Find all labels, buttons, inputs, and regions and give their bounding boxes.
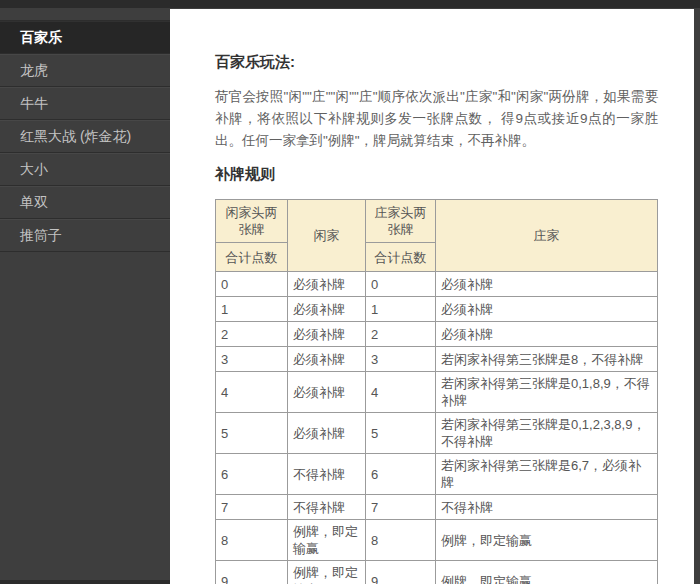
sidebar-item-push-bamboo[interactable]: 推筒子 bbox=[0, 219, 170, 252]
player-rule-cell: 必须补牌 bbox=[288, 297, 366, 322]
banker-rule-cell: 例牌，即定输赢 bbox=[436, 561, 658, 584]
table-row: 2必须补牌2必须补牌 bbox=[216, 322, 658, 347]
player-points-cell: 0 bbox=[216, 272, 288, 297]
header-player: 闲家 bbox=[288, 200, 366, 272]
banker-rule-cell: 必须补牌 bbox=[436, 272, 658, 297]
sidebar-item-dragon-tiger[interactable]: 龙虎 bbox=[0, 54, 170, 87]
table-row: 9例牌，即定输赢9例牌，即定输赢 bbox=[216, 561, 658, 584]
banker-points-cell: 4 bbox=[366, 372, 436, 413]
player-rule-cell: 例牌，即定输赢 bbox=[288, 561, 366, 584]
banker-points-cell: 9 bbox=[366, 561, 436, 584]
sidebar-item-red-black-war[interactable]: 红黑大战 (炸金花) bbox=[0, 120, 170, 153]
banker-points-cell: 5 bbox=[366, 413, 436, 454]
banker-rule-cell: 若闲家补得第三张牌是6,7，必须补牌 bbox=[436, 454, 658, 495]
table-row: 6不得补牌6若闲家补得第三张牌是6,7，必须补牌 bbox=[216, 454, 658, 495]
rules-heading: 补牌规则 bbox=[215, 165, 658, 184]
player-rule-cell: 必须补牌 bbox=[288, 413, 366, 454]
banker-rule-cell: 例牌，即定输赢 bbox=[436, 520, 658, 561]
banker-points-cell: 0 bbox=[366, 272, 436, 297]
table-row: 8例牌，即定输赢8例牌，即定输赢 bbox=[216, 520, 658, 561]
bottom-edge bbox=[0, 580, 170, 584]
banker-points-cell: 3 bbox=[366, 347, 436, 372]
player-rule-cell: 必须补牌 bbox=[288, 322, 366, 347]
header-player-total-points: 合计点数 bbox=[216, 243, 288, 272]
table-row: 0必须补牌0必须补牌 bbox=[216, 272, 658, 297]
game-description: 荷官会按照"闲""庄""闲""庄"顺序依次派出"庄家"和"闲家"两份牌，如果需要… bbox=[215, 86, 658, 152]
player-points-cell: 5 bbox=[216, 413, 288, 454]
table-body: 0必须补牌0必须补牌1必须补牌1必须补牌2必须补牌2必须补牌3必须补牌3若闲家补… bbox=[216, 272, 658, 584]
player-points-cell: 4 bbox=[216, 372, 288, 413]
sidebar: 百家乐龙虎牛牛红黑大战 (炸金花)大小单双推筒子 bbox=[0, 20, 170, 252]
player-rule-cell: 必须补牌 bbox=[288, 272, 366, 297]
sidebar-item-big-small[interactable]: 大小 bbox=[0, 153, 170, 186]
content-panel: 百家乐玩法: 荷官会按照"闲""庄""闲""庄"顺序依次派出"庄家"和"闲家"两… bbox=[170, 9, 694, 584]
sidebar-item-bull-bull[interactable]: 牛牛 bbox=[0, 87, 170, 120]
banker-rule-cell: 若闲家补得第三张牌是8，不得补牌 bbox=[436, 347, 658, 372]
header-banker: 庄家 bbox=[436, 200, 658, 272]
header-banker-total-points: 合计点数 bbox=[366, 243, 436, 272]
sidebar-item-odd-even[interactable]: 单双 bbox=[0, 186, 170, 219]
header-player-first-two-cards: 闲家头两张牌 bbox=[216, 200, 288, 243]
banker-points-cell: 1 bbox=[366, 297, 436, 322]
banker-rule-cell: 若闲家补得第三张牌是0,1,2,3,8,9，不得补牌 bbox=[436, 413, 658, 454]
sidebar-menu: 百家乐龙虎牛牛红黑大战 (炸金花)大小单双推筒子 bbox=[0, 20, 170, 252]
banker-rule-cell: 若闲家补得第三张牌是0,1,8,9，不得补牌 bbox=[436, 372, 658, 413]
table-row: 1必须补牌1必须补牌 bbox=[216, 297, 658, 322]
player-points-cell: 1 bbox=[216, 297, 288, 322]
player-points-cell: 6 bbox=[216, 454, 288, 495]
banker-points-cell: 7 bbox=[366, 495, 436, 520]
player-points-cell: 7 bbox=[216, 495, 288, 520]
player-points-cell: 9 bbox=[216, 561, 288, 584]
player-rule-cell: 必须补牌 bbox=[288, 372, 366, 413]
player-rule-cell: 不得补牌 bbox=[288, 495, 366, 520]
draw-rules-table: 闲家头两张牌 闲家 庄家头两张牌 庄家 合计点数 合计点数 0必须补牌0必须补牌… bbox=[215, 199, 658, 584]
player-points-cell: 2 bbox=[216, 322, 288, 347]
sidebar-item-baccarat[interactable]: 百家乐 bbox=[0, 21, 170, 54]
page-title: 百家乐玩法: bbox=[215, 53, 658, 72]
table-row: 5必须补牌5若闲家补得第三张牌是0,1,2,3,8,9，不得补牌 bbox=[216, 413, 658, 454]
banker-rule-cell: 必须补牌 bbox=[436, 322, 658, 347]
table-row: 7不得补牌7不得补牌 bbox=[216, 495, 658, 520]
top-bar bbox=[0, 0, 700, 8]
player-points-cell: 3 bbox=[216, 347, 288, 372]
banker-rule-cell: 不得补牌 bbox=[436, 495, 658, 520]
table-header: 闲家头两张牌 闲家 庄家头两张牌 庄家 合计点数 合计点数 bbox=[216, 200, 658, 272]
table-row: 3必须补牌3若闲家补得第三张牌是8，不得补牌 bbox=[216, 347, 658, 372]
player-rule-cell: 不得补牌 bbox=[288, 454, 366, 495]
banker-rule-cell: 必须补牌 bbox=[436, 297, 658, 322]
table-row: 4必须补牌4若闲家补得第三张牌是0,1,8,9，不得补牌 bbox=[216, 372, 658, 413]
player-rule-cell: 必须补牌 bbox=[288, 347, 366, 372]
banker-points-cell: 8 bbox=[366, 520, 436, 561]
player-rule-cell: 例牌，即定输赢 bbox=[288, 520, 366, 561]
banker-points-cell: 6 bbox=[366, 454, 436, 495]
header-banker-first-two-cards: 庄家头两张牌 bbox=[366, 200, 436, 243]
player-points-cell: 8 bbox=[216, 520, 288, 561]
banker-points-cell: 2 bbox=[366, 322, 436, 347]
